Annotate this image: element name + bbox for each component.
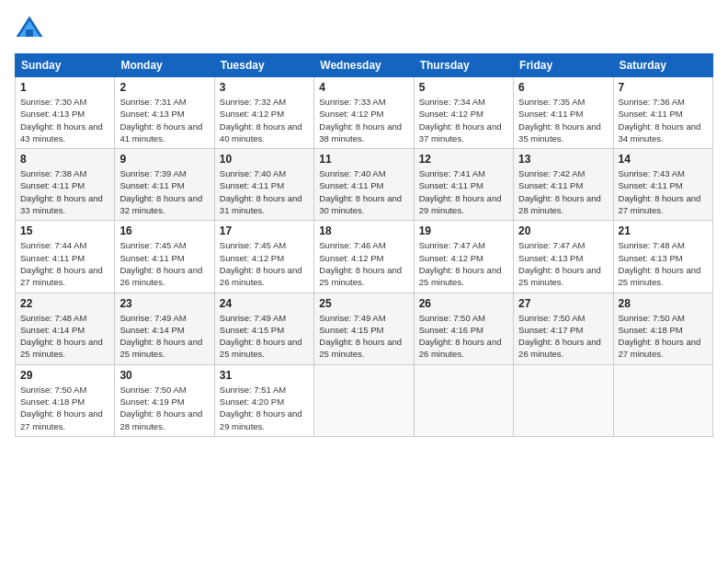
- day-info: Sunrise: 7:42 AM Sunset: 4:11 PM Dayligh…: [518, 167, 608, 216]
- day-info: Sunrise: 7:43 AM Sunset: 4:11 PM Dayligh…: [619, 167, 708, 216]
- calendar-cell: 7 Sunrise: 7:36 AM Sunset: 4:11 PM Dayli…: [613, 77, 712, 149]
- day-number: 8: [20, 153, 109, 166]
- calendar-cell: 23 Sunrise: 7:49 AM Sunset: 4:14 PM Dayl…: [115, 293, 214, 364]
- day-info: Sunrise: 7:44 AM Sunset: 4:11 PM Dayligh…: [20, 239, 109, 288]
- day-info: Sunrise: 7:50 AM Sunset: 4:19 PM Dayligh…: [119, 384, 209, 432]
- day-info: Sunrise: 7:32 AM Sunset: 4:12 PM Dayligh…: [220, 96, 309, 144]
- day-number: 27: [518, 297, 608, 310]
- logo-icon: [15, 15, 44, 44]
- week-row-4: 22 Sunrise: 7:48 AM Sunset: 4:14 PM Dayl…: [16, 293, 713, 364]
- calendar-cell: 25 Sunrise: 7:49 AM Sunset: 4:15 PM Dayl…: [314, 293, 414, 364]
- day-info: Sunrise: 7:30 AM Sunset: 4:13 PM Dayligh…: [20, 96, 109, 144]
- day-number: 4: [319, 81, 408, 94]
- day-number: 3: [220, 81, 309, 94]
- day-info: Sunrise: 7:41 AM Sunset: 4:11 PM Dayligh…: [419, 167, 508, 216]
- day-info: Sunrise: 7:51 AM Sunset: 4:20 PM Dayligh…: [220, 384, 309, 432]
- calendar-cell: 1 Sunrise: 7:30 AM Sunset: 4:13 PM Dayli…: [16, 77, 115, 149]
- calendar-cell: 15 Sunrise: 7:44 AM Sunset: 4:11 PM Dayl…: [16, 221, 115, 293]
- calendar-cell: 13 Sunrise: 7:42 AM Sunset: 4:11 PM Dayl…: [514, 149, 613, 221]
- calendar-cell: 26 Sunrise: 7:50 AM Sunset: 4:16 PM Dayl…: [414, 293, 513, 364]
- calendar-cell: 19 Sunrise: 7:47 AM Sunset: 4:12 PM Dayl…: [414, 221, 513, 293]
- calendar-cell: 4 Sunrise: 7:33 AM Sunset: 4:12 PM Dayli…: [314, 77, 414, 149]
- calendar-cell: 30 Sunrise: 7:50 AM Sunset: 4:19 PM Dayl…: [115, 364, 214, 436]
- day-header-friday: Friday: [514, 54, 613, 77]
- day-header-wednesday: Wednesday: [314, 54, 414, 77]
- day-number: 11: [319, 153, 408, 166]
- day-info: Sunrise: 7:49 AM Sunset: 4:14 PM Dayligh…: [119, 312, 209, 361]
- header: [15, 15, 713, 44]
- week-row-5: 29 Sunrise: 7:50 AM Sunset: 4:18 PM Dayl…: [16, 364, 713, 436]
- day-number: 1: [20, 81, 109, 94]
- calendar-cell: 2 Sunrise: 7:31 AM Sunset: 4:13 PM Dayli…: [115, 77, 214, 149]
- calendar-cell: 8 Sunrise: 7:38 AM Sunset: 4:11 PM Dayli…: [16, 149, 115, 221]
- day-info: Sunrise: 7:39 AM Sunset: 4:11 PM Dayligh…: [119, 167, 209, 216]
- calendar-cell: 5 Sunrise: 7:34 AM Sunset: 4:12 PM Dayli…: [414, 77, 513, 149]
- day-header-sunday: Sunday: [16, 54, 115, 77]
- calendar-cell: 29 Sunrise: 7:50 AM Sunset: 4:18 PM Dayl…: [16, 364, 115, 436]
- day-number: 5: [419, 81, 508, 94]
- calendar-cell: 18 Sunrise: 7:46 AM Sunset: 4:12 PM Dayl…: [314, 221, 414, 293]
- day-number: 15: [20, 224, 109, 237]
- calendar-cell: [314, 364, 414, 436]
- day-number: 20: [518, 224, 608, 237]
- day-info: Sunrise: 7:34 AM Sunset: 4:12 PM Dayligh…: [419, 96, 508, 144]
- day-number: 24: [220, 297, 309, 310]
- day-number: 26: [419, 297, 508, 310]
- calendar-table: SundayMondayTuesdayWednesdayThursdayFrid…: [15, 53, 713, 437]
- day-info: Sunrise: 7:36 AM Sunset: 4:11 PM Dayligh…: [619, 96, 708, 144]
- svg-rect-2: [26, 29, 33, 37]
- week-row-2: 8 Sunrise: 7:38 AM Sunset: 4:11 PM Dayli…: [16, 149, 713, 221]
- day-number: 30: [119, 369, 209, 382]
- day-number: 12: [419, 153, 508, 166]
- day-info: Sunrise: 7:47 AM Sunset: 4:12 PM Dayligh…: [419, 239, 508, 288]
- calendar-cell: 14 Sunrise: 7:43 AM Sunset: 4:11 PM Dayl…: [613, 149, 712, 221]
- day-number: 19: [419, 224, 508, 237]
- day-info: Sunrise: 7:40 AM Sunset: 4:11 PM Dayligh…: [319, 167, 408, 216]
- day-info: Sunrise: 7:33 AM Sunset: 4:12 PM Dayligh…: [319, 96, 408, 144]
- day-header-saturday: Saturday: [613, 54, 712, 77]
- calendar-cell: 22 Sunrise: 7:48 AM Sunset: 4:14 PM Dayl…: [16, 293, 115, 364]
- calendar-cell: [414, 364, 513, 436]
- day-info: Sunrise: 7:50 AM Sunset: 4:18 PM Dayligh…: [619, 312, 708, 361]
- day-info: Sunrise: 7:46 AM Sunset: 4:12 PM Dayligh…: [319, 239, 408, 288]
- day-number: 10: [220, 153, 309, 166]
- day-number: 28: [619, 297, 708, 310]
- day-info: Sunrise: 7:40 AM Sunset: 4:11 PM Dayligh…: [220, 167, 309, 216]
- day-header-thursday: Thursday: [414, 54, 513, 77]
- calendar-cell: [613, 364, 712, 436]
- week-row-1: 1 Sunrise: 7:30 AM Sunset: 4:13 PM Dayli…: [16, 77, 713, 149]
- day-number: 14: [619, 153, 708, 166]
- day-info: Sunrise: 7:48 AM Sunset: 4:14 PM Dayligh…: [20, 312, 109, 361]
- day-info: Sunrise: 7:38 AM Sunset: 4:11 PM Dayligh…: [20, 167, 109, 216]
- calendar-cell: 24 Sunrise: 7:49 AM Sunset: 4:15 PM Dayl…: [214, 293, 313, 364]
- day-info: Sunrise: 7:31 AM Sunset: 4:13 PM Dayligh…: [119, 96, 209, 144]
- day-number: 17: [220, 224, 309, 237]
- day-number: 2: [119, 81, 209, 94]
- day-info: Sunrise: 7:50 AM Sunset: 4:17 PM Dayligh…: [518, 312, 608, 361]
- day-info: Sunrise: 7:45 AM Sunset: 4:12 PM Dayligh…: [220, 239, 309, 288]
- calendar-cell: 9 Sunrise: 7:39 AM Sunset: 4:11 PM Dayli…: [115, 149, 214, 221]
- calendar-cell: 21 Sunrise: 7:48 AM Sunset: 4:13 PM Dayl…: [613, 221, 712, 293]
- calendar-cell: 16 Sunrise: 7:45 AM Sunset: 4:11 PM Dayl…: [115, 221, 214, 293]
- calendar-cell: 27 Sunrise: 7:50 AM Sunset: 4:17 PM Dayl…: [514, 293, 613, 364]
- day-number: 31: [220, 369, 309, 382]
- logo: [15, 15, 48, 44]
- day-number: 29: [20, 369, 109, 382]
- day-info: Sunrise: 7:35 AM Sunset: 4:11 PM Dayligh…: [518, 96, 608, 144]
- calendar-cell: 10 Sunrise: 7:40 AM Sunset: 4:11 PM Dayl…: [214, 149, 313, 221]
- calendar-cell: 28 Sunrise: 7:50 AM Sunset: 4:18 PM Dayl…: [613, 293, 712, 364]
- day-number: 7: [619, 81, 708, 94]
- day-header-monday: Monday: [115, 54, 214, 77]
- day-number: 13: [518, 153, 608, 166]
- day-number: 25: [319, 297, 408, 310]
- day-info: Sunrise: 7:45 AM Sunset: 4:11 PM Dayligh…: [119, 239, 209, 288]
- calendar-cell: [514, 364, 613, 436]
- day-info: Sunrise: 7:50 AM Sunset: 4:16 PM Dayligh…: [419, 312, 508, 361]
- day-info: Sunrise: 7:49 AM Sunset: 4:15 PM Dayligh…: [220, 312, 309, 361]
- day-number: 6: [518, 81, 608, 94]
- day-number: 9: [119, 153, 209, 166]
- calendar-cell: 17 Sunrise: 7:45 AM Sunset: 4:12 PM Dayl…: [214, 221, 313, 293]
- day-info: Sunrise: 7:50 AM Sunset: 4:18 PM Dayligh…: [20, 384, 109, 432]
- day-info: Sunrise: 7:48 AM Sunset: 4:13 PM Dayligh…: [619, 239, 708, 288]
- calendar-cell: 12 Sunrise: 7:41 AM Sunset: 4:11 PM Dayl…: [414, 149, 513, 221]
